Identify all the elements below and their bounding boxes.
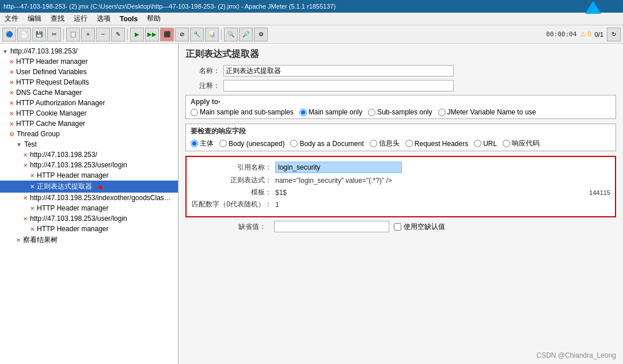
radio-req-headers[interactable]: Request Headers (405, 140, 468, 148)
default-input[interactable] (274, 221, 389, 232)
tree-item[interactable]: ⚙Thread Group (0, 129, 178, 139)
radio-main-sub-input[interactable] (191, 109, 198, 116)
radio-main-only[interactable]: Main sample only (299, 108, 362, 116)
tree-icon: ✕ (23, 162, 28, 168)
main-layout: ▼http://47.103.198.253/✕HTTP Header mana… (0, 44, 623, 364)
radio-body-unescaped[interactable]: Body (unescaped) (219, 140, 284, 148)
tree-item[interactable]: ✕http://47.103.198.253/indexother/goodsC… (0, 193, 178, 203)
tree-item[interactable]: ✕http://47.103.198.253/user/login (0, 213, 178, 224)
tree-label: http://47.103.198.253/user/login (30, 214, 127, 223)
tree-label: HTTP Header manager (16, 58, 88, 66)
toolbar-btn-6[interactable]: + (81, 28, 95, 41)
toolbar-btn-play2[interactable]: ▶▶ (145, 28, 159, 41)
toolbar-btn-2[interactable]: 📄 (17, 28, 31, 41)
toolbar-btn-5[interactable]: 📋 (66, 28, 80, 41)
tree-item[interactable]: ✕DNS Cache Manager (0, 87, 178, 98)
radio-main-sub[interactable]: Main sample and sub-samples (191, 108, 294, 116)
radio-url[interactable]: URL (474, 140, 497, 148)
toolbar-btn-3[interactable]: 💾 (32, 28, 46, 41)
tree-item[interactable]: ✕正则表达式提取器◄ (0, 181, 178, 193)
radio-sub-only-input[interactable] (368, 109, 375, 116)
tree-item[interactable]: ✕http://47.103.198.253/user/login (0, 160, 178, 170)
radio-resp-code-input[interactable] (503, 140, 510, 147)
tree-item[interactable]: ✕HTTP Header manager (0, 203, 178, 213)
toolbar-btn-refresh[interactable]: ↻ (607, 28, 621, 41)
toolbar-btn-7[interactable]: − (96, 28, 110, 41)
tree-item[interactable]: ✕HTTP Cache Manager (0, 118, 178, 129)
radio-body-doc-input[interactable] (290, 140, 298, 147)
tree-item[interactable]: ▼Test (0, 139, 178, 150)
toolbar-btn-12[interactable]: 🔎 (239, 28, 253, 41)
comment-input[interactable] (223, 80, 454, 91)
toolbar-btn-play[interactable]: ▶ (130, 28, 144, 41)
use-empty-checkbox[interactable] (394, 223, 401, 231)
radio-body-doc[interactable]: Body as a Document (290, 140, 363, 148)
menu-options[interactable]: 选项 (94, 13, 113, 24)
ref-name-input[interactable] (275, 162, 402, 173)
name-input[interactable] (223, 65, 454, 76)
toolbar-btn-13[interactable]: ⚙ (254, 28, 268, 41)
tree-item[interactable]: ✕察看结果树 (0, 234, 178, 246)
default-label: 缺省值： (185, 222, 266, 232)
radio-jmeter-var-input[interactable] (438, 109, 446, 116)
radio-info[interactable]: 信息头 (370, 139, 400, 148)
tree-icon: ✕ (23, 216, 28, 222)
tree-panel: ▼http://47.103.198.253/✕HTTP Header mana… (0, 44, 178, 364)
radio-info-input[interactable] (370, 140, 377, 147)
apply-to-section: Apply to- Main sample and sub-samples Ma… (185, 95, 616, 119)
tree-icon: ✕ (9, 69, 14, 75)
toolbar-btn-11[interactable]: 🔍 (224, 28, 238, 41)
tree-item[interactable]: ✕HTTP Authorization Manager (0, 98, 178, 108)
tree-icon: ✕ (9, 110, 14, 117)
radio-url-input[interactable] (474, 140, 481, 147)
tree-icon: ✕ (30, 183, 35, 190)
menu-edit[interactable]: 编辑 (25, 13, 44, 24)
use-empty-row: 使用空缺认值 (394, 222, 445, 232)
tree-icon: ✕ (23, 195, 28, 201)
toolbar-btn-stop2[interactable]: ⊘ (175, 28, 189, 41)
radio-sub-only[interactable]: Sub-samples only (368, 108, 432, 116)
toolbar-btn-10[interactable]: 📊 (205, 28, 219, 41)
tree-label: HTTP Authorization Manager (16, 99, 105, 107)
tree-item[interactable]: ✕http://47.103.198.253/ (0, 150, 178, 160)
radio-body-unescaped-input[interactable] (219, 140, 227, 147)
tree-item[interactable]: ✕HTTP Header manager (0, 56, 178, 67)
menu-help[interactable]: 帮助 (145, 13, 163, 24)
toolbar-btn-8[interactable]: ✎ (111, 28, 125, 41)
tree-icon: ✕ (30, 173, 35, 179)
tree-item[interactable]: ✕HTTP Request Defaults (0, 77, 178, 87)
right-number: 144115 (589, 189, 610, 196)
toolbar-btn-1[interactable]: 🔵 (2, 28, 16, 41)
radio-jmeter-var[interactable]: JMeter Variable Name to use (438, 108, 537, 116)
toolbar-warn: ⚠ 0 (580, 30, 591, 38)
tree-icon: ⚙ (9, 131, 14, 137)
radio-body-input[interactable] (191, 140, 198, 147)
menu-find[interactable]: 查找 (48, 13, 67, 24)
radio-body[interactable]: 主体 (191, 139, 214, 148)
tree-icon: ✕ (9, 90, 14, 96)
field-options: 主体 Body (unescaped) Body as a Document 信… (191, 139, 611, 148)
tree-icon: ✕ (16, 237, 21, 243)
radio-resp-code[interactable]: 响应代码 (503, 139, 540, 148)
radio-main-only-input[interactable] (299, 109, 307, 116)
toolbar-btn-4[interactable]: ✂ (47, 28, 61, 41)
tree-item[interactable]: ✕HTTP Header manager (0, 224, 178, 234)
match-no-row: 匹配数字（0代表随机）： 1 (191, 200, 610, 209)
tree-item[interactable]: ▼http://47.103.198.253/ (0, 46, 178, 56)
toolbar-btn-stop[interactable]: ⬛ (160, 28, 174, 41)
radio-req-headers-input[interactable] (405, 140, 413, 147)
tree-icon: ✕ (23, 152, 28, 158)
menu-run[interactable]: 运行 (71, 13, 90, 24)
tree-item[interactable]: ✕HTTP Cookie Manager (0, 108, 178, 118)
tree-icon: ✕ (30, 226, 35, 232)
toolbar-btn-9[interactable]: 🔧 (190, 28, 204, 41)
logo-text: 腾讯 (603, 2, 618, 13)
tree-item[interactable]: ✕HTTP Header manager (0, 170, 178, 181)
extraction-box: 引用名称： 正则表达式： name="login_security" value… (185, 156, 616, 217)
tree-icon: ▼ (2, 48, 8, 55)
menu-file[interactable]: 文件 (2, 13, 21, 24)
tree-item[interactable]: ✕User Defined Variables (0, 67, 178, 77)
tree-label: DNS Cache Manager (16, 89, 82, 97)
menu-tools[interactable]: Tools (117, 14, 140, 24)
logo-triangle (585, 1, 601, 14)
